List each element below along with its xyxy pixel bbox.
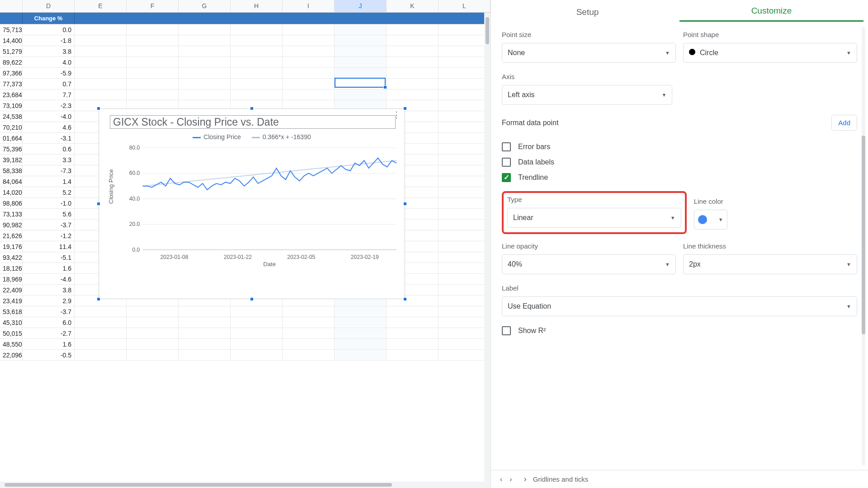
table-row[interactable]: 53,618-3.7 — [0, 306, 491, 317]
cell-empty[interactable] — [179, 328, 231, 338]
cell-change[interactable]: 6.0 — [23, 317, 75, 328]
cell-change[interactable]: -5.1 — [23, 252, 75, 263]
embedded-chart[interactable]: ⋮ GICX Stock - Closing Price vs. Date Cl… — [99, 108, 405, 299]
cell-empty[interactable] — [231, 79, 283, 89]
cell-empty[interactable] — [127, 306, 179, 317]
sidebar-section-gridlines[interactable]: ‹ › › Gridlines and ticks — [491, 470, 868, 488]
cell-empty[interactable] — [335, 317, 387, 328]
cell-value[interactable]: 50,015 — [0, 328, 23, 338]
cell-empty[interactable] — [127, 339, 179, 349]
cell-empty[interactable] — [127, 57, 179, 67]
column-header-K[interactable]: K — [387, 0, 439, 12]
cell-empty[interactable] — [387, 57, 439, 67]
cell-change[interactable]: 0.6 — [23, 144, 75, 154]
cell-change[interactable]: 3.8 — [23, 46, 75, 56]
cell-empty[interactable] — [439, 209, 491, 219]
cell-change[interactable]: 2.9 — [23, 296, 75, 306]
cell-empty[interactable] — [335, 328, 387, 338]
cell-change[interactable]: 11.4 — [23, 241, 75, 252]
tab-setup[interactable]: Setup — [495, 7, 679, 22]
cell-value[interactable]: 89,622 — [0, 57, 23, 67]
cell-value[interactable]: 97,366 — [0, 68, 23, 78]
cell-change[interactable]: 1.6 — [23, 339, 75, 349]
cell-empty[interactable] — [231, 350, 283, 360]
cell-value[interactable]: 58,338 — [0, 165, 23, 176]
column-header-F[interactable]: F — [127, 0, 179, 12]
cell-change[interactable]: -1.8 — [23, 35, 75, 46]
cell-empty[interactable] — [439, 263, 491, 273]
cell-empty[interactable] — [439, 252, 491, 263]
cell-empty[interactable] — [439, 230, 491, 241]
cell-empty[interactable] — [283, 24, 335, 35]
cell-empty[interactable] — [439, 317, 491, 328]
cell-empty[interactable] — [75, 89, 127, 100]
cell-empty[interactable] — [231, 306, 283, 317]
cell-value[interactable]: 39,182 — [0, 155, 23, 165]
cell-value[interactable]: 77,373 — [0, 79, 23, 89]
cell-empty[interactable] — [127, 328, 179, 338]
cell-empty[interactable] — [127, 317, 179, 328]
table-row[interactable]: 14,400-1.8 — [0, 35, 491, 46]
cell-empty[interactable] — [75, 68, 127, 78]
cell-empty[interactable] — [439, 24, 491, 35]
table-row[interactable]: 51,2793.8 — [0, 46, 491, 57]
resize-handle-n[interactable] — [250, 107, 254, 110]
resize-handle-nw[interactable] — [97, 107, 100, 110]
cell-change[interactable]: 1.6 — [23, 263, 75, 273]
cell-change[interactable]: 3.8 — [23, 285, 75, 295]
cell-empty[interactable] — [75, 35, 127, 46]
cell-empty[interactable] — [439, 176, 491, 187]
cell-empty[interactable] — [127, 79, 179, 89]
cell-empty[interactable] — [179, 350, 231, 360]
data-labels-checkbox[interactable] — [502, 158, 511, 167]
cell-empty[interactable] — [335, 35, 387, 46]
cell-empty[interactable] — [439, 79, 491, 89]
cell-empty[interactable] — [439, 57, 491, 67]
cell-empty[interactable] — [127, 46, 179, 56]
cell-empty[interactable] — [75, 46, 127, 56]
cell-value[interactable]: 14,020 — [0, 187, 23, 197]
cell-empty[interactable] — [283, 306, 335, 317]
cell-value[interactable]: 22,096 — [0, 350, 23, 360]
cell-empty[interactable] — [231, 328, 283, 338]
cell-empty[interactable] — [75, 306, 127, 317]
cell-empty[interactable] — [75, 350, 127, 360]
cell-empty[interactable] — [283, 68, 335, 78]
cell-empty[interactable] — [179, 89, 231, 100]
cell-empty[interactable] — [387, 46, 439, 56]
cell-empty[interactable] — [439, 241, 491, 252]
cell-empty[interactable] — [179, 79, 231, 89]
trendline-label-select[interactable]: Use Equation ▼ — [502, 296, 857, 316]
cell-value[interactable]: 21,626 — [0, 230, 23, 241]
cell-value[interactable]: 14,400 — [0, 35, 23, 46]
add-data-point-button[interactable]: Add — [831, 115, 857, 131]
cell-change[interactable]: -7.3 — [23, 165, 75, 176]
cell-empty[interactable] — [387, 306, 439, 317]
cell-value[interactable]: 18,126 — [0, 263, 23, 273]
cell-empty[interactable] — [231, 46, 283, 56]
resize-handle-se[interactable] — [403, 297, 407, 301]
cell-empty[interactable] — [439, 350, 491, 360]
cell-empty[interactable] — [439, 285, 491, 295]
cell-change[interactable]: 3.3 — [23, 155, 75, 165]
column-header-L[interactable]: L — [439, 0, 491, 12]
cell-empty[interactable] — [439, 274, 491, 284]
cell-empty[interactable] — [439, 35, 491, 46]
cell-empty[interactable] — [439, 296, 491, 306]
cell-value[interactable]: 19,176 — [0, 241, 23, 252]
line-opacity-select[interactable]: 40% ▼ — [502, 254, 676, 274]
cell-empty[interactable] — [127, 35, 179, 46]
cell-change[interactable]: 4.0 — [23, 57, 75, 67]
cell-change[interactable]: -1.2 — [23, 230, 75, 241]
cell-empty[interactable] — [335, 46, 387, 56]
cell-empty[interactable] — [439, 220, 491, 230]
resize-handle-sw[interactable] — [97, 297, 100, 301]
cell-value[interactable]: 22,409 — [0, 285, 23, 295]
cell-empty[interactable] — [231, 89, 283, 100]
nav-left-icon[interactable]: ‹ — [500, 475, 502, 483]
cell-change[interactable]: 5.6 — [23, 209, 75, 219]
cell-empty[interactable] — [439, 89, 491, 100]
column-header-G[interactable]: G — [179, 0, 231, 12]
point-shape-select[interactable]: Circle ▼ — [683, 43, 857, 63]
cell-empty[interactable] — [439, 306, 491, 317]
